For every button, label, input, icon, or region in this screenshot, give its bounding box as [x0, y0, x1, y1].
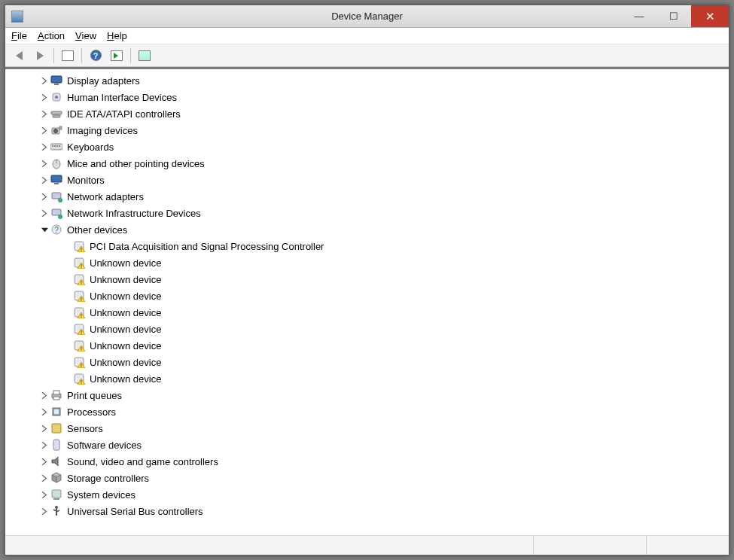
maximize-button[interactable]: ☐ [656, 5, 691, 27]
mouse-icon [50, 157, 62, 169]
tree-node-label: Keyboards [67, 142, 114, 153]
imaging-icon [50, 124, 62, 136]
chevron-right-icon[interactable] [40, 142, 49, 151]
tree-node-label: Storage controllers [67, 473, 149, 484]
tree-node[interactable]: Mice and other pointing devices [8, 155, 729, 172]
toolbar-separator [130, 48, 131, 63]
unknown-device-icon [73, 373, 85, 385]
chevron-right-icon[interactable] [40, 93, 49, 102]
tree-node[interactable]: Imaging devices [8, 122, 729, 138]
help-icon: ? [90, 50, 102, 61]
show-hide-console-tree-icon [62, 50, 74, 61]
sensor-icon [50, 422, 62, 434]
tree-node[interactable]: Network Infrastructure Devices [8, 205, 729, 221]
chevron-right-icon[interactable] [40, 507, 49, 516]
statusbar-cell [5, 536, 533, 555]
chevron-right-icon[interactable] [40, 424, 49, 433]
close-button[interactable]: ✕ [691, 5, 729, 27]
tree-node[interactable]: Sound, video and game controllers [8, 453, 729, 470]
tree-node[interactable]: Unknown device [8, 370, 729, 387]
tree-node[interactable]: Sensors [8, 420, 729, 437]
tree-node-label: System devices [67, 489, 136, 501]
menu-file[interactable]: File [11, 30, 27, 41]
keyboard-icon [50, 141, 62, 153]
chevron-right-icon[interactable] [40, 126, 49, 135]
chevron-right-icon[interactable] [40, 175, 49, 184]
tree-node[interactable]: Human Interface Devices [8, 89, 729, 105]
menu-help[interactable]: Help [107, 30, 127, 41]
chevron-right-icon[interactable] [40, 159, 49, 168]
ide-icon [50, 108, 62, 120]
tree-node[interactable]: Keyboards [8, 138, 729, 155]
no-chevron [62, 358, 72, 367]
show-hide-tree-button[interactable] [59, 47, 77, 65]
tree-node-label: Unknown device [90, 324, 161, 335]
system-icon [50, 488, 62, 501]
chevron-right-icon[interactable] [40, 109, 49, 118]
unknown-device-icon [73, 290, 85, 302]
tree-node-label: Imaging devices [67, 125, 138, 136]
tree-node-label: Display adapters [67, 75, 140, 87]
tree-node[interactable]: Unknown device [8, 288, 729, 304]
chevron-right-icon[interactable] [40, 391, 49, 400]
chevron-right-icon[interactable] [40, 440, 49, 449]
tree-node[interactable]: Universal Serial Bus controllers [8, 503, 729, 519]
unknown-device-icon [73, 240, 85, 252]
chevron-right-icon[interactable] [40, 192, 49, 201]
tree-node[interactable]: Processors [8, 403, 729, 420]
window-buttons: — ☐ ✕ [622, 5, 729, 27]
storage-icon [50, 472, 62, 484]
tree-node[interactable]: Unknown device [8, 337, 729, 354]
menu-action[interactable]: Action [38, 30, 65, 41]
chevron-right-icon[interactable] [40, 473, 49, 482]
tree-node[interactable]: Unknown device [8, 271, 729, 288]
chevron-right-icon[interactable] [40, 76, 49, 85]
unknown-device-icon [73, 356, 85, 368]
device-tree[interactable]: Display adaptersHuman Interface DevicesI… [5, 69, 729, 535]
forward-arrow-icon [37, 51, 44, 60]
tree-node[interactable]: Software devices [8, 437, 729, 453]
properties-button[interactable] [108, 47, 126, 65]
tree-node[interactable]: PCI Data Acquisition and Signal Processi… [8, 238, 729, 254]
tree-node[interactable]: Unknown device [8, 304, 729, 321]
chevron-right-icon[interactable] [40, 457, 49, 466]
minimize-button[interactable]: — [622, 5, 656, 27]
toolbar-separator [53, 48, 54, 63]
menubar: File Action View Help [5, 28, 729, 44]
chevron-down-icon[interactable] [40, 225, 49, 234]
menu-view[interactable]: View [75, 30, 96, 41]
tree-node[interactable]: System devices [8, 486, 729, 503]
forward-button[interactable] [31, 47, 49, 65]
unknown-device-icon [73, 273, 85, 285]
no-chevron [62, 374, 72, 383]
tree-node[interactable]: Monitors [8, 172, 729, 188]
help-button[interactable]: ? [87, 47, 105, 65]
tree-node[interactable]: Network adapters [8, 188, 729, 205]
software-icon [50, 439, 62, 451]
scan-hardware-button[interactable] [136, 47, 154, 65]
network-adapter-icon [50, 190, 62, 202]
statusbar [5, 535, 729, 555]
tree-node[interactable]: IDE ATA/ATAPI controllers [8, 105, 729, 122]
chevron-right-icon[interactable] [40, 490, 49, 499]
tree-node-label: Monitors [67, 175, 105, 186]
titlebar[interactable]: Device Manager — ☐ ✕ [5, 5, 729, 28]
tree-node-label: IDE ATA/ATAPI controllers [67, 108, 181, 120]
back-button[interactable] [10, 47, 28, 65]
tree-node[interactable]: Unknown device [8, 354, 729, 370]
properties-icon [111, 50, 123, 61]
tree-node-label: Mice and other pointing devices [67, 158, 205, 169]
tree-node[interactable]: Unknown device [8, 254, 729, 271]
tree-node[interactable]: Print queues [8, 387, 729, 403]
tree-node-label: Unknown device [90, 373, 161, 385]
tree-node-label: Unknown device [90, 340, 161, 352]
chevron-right-icon[interactable] [40, 208, 49, 218]
tree-node[interactable]: Display adapters [8, 72, 729, 89]
tree-node-label: Print queues [67, 390, 122, 401]
tree-node[interactable]: Unknown device [8, 321, 729, 337]
tree-node[interactable]: Other devices [8, 221, 729, 238]
chevron-right-icon[interactable] [40, 407, 49, 416]
toolbar: ? [5, 44, 729, 67]
tree-node-label: PCI Data Acquisition and Signal Processi… [90, 241, 324, 252]
tree-node[interactable]: Storage controllers [8, 470, 729, 486]
